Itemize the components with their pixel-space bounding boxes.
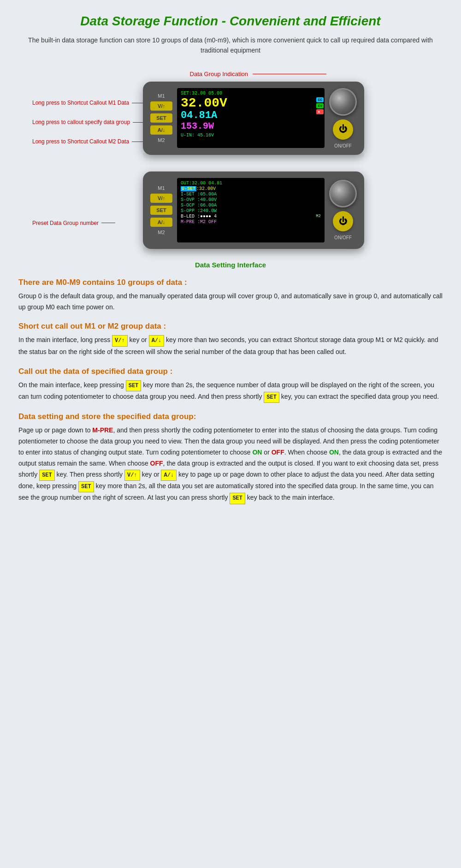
power-icon1: ⏻ xyxy=(339,124,347,134)
diagram1: Data Group Indication Long press to Shor… xyxy=(32,70,429,162)
m2-label: M2 xyxy=(150,137,172,143)
s4-set-key1: SET xyxy=(39,470,55,481)
section-callout: Call out the data of specified data grou… xyxy=(18,367,443,403)
d2-set-button[interactable]: SET xyxy=(150,206,172,215)
s1-body: Group 0 is the default data group, and t… xyxy=(18,291,443,313)
lcd2-row7: B-LED :●●●● 4 M2 xyxy=(181,214,321,219)
s4-off2: OFF xyxy=(150,460,163,467)
set-button[interactable]: SET xyxy=(150,113,172,123)
lcd2-vset-val: :32.00V xyxy=(196,186,216,191)
a-down-button[interactable]: A/↓ xyxy=(150,125,172,135)
s4-set-key2: SET xyxy=(78,481,94,492)
s4-set-key3: SET xyxy=(230,493,245,504)
knob2[interactable] xyxy=(329,180,357,207)
diagram2: Preset Data Group number M1 V/↑ SET A/↓ … xyxy=(32,171,429,256)
d2-v-up-button[interactable]: V/↑ xyxy=(150,194,172,203)
preset-annotation: Preset Data Group number xyxy=(32,220,99,226)
lcd-bottom: U-IN: 45.16V xyxy=(181,133,321,138)
ann2-text: Long press to callout specify data group xyxy=(32,119,130,125)
power-button1[interactable]: ⏻ xyxy=(333,119,353,140)
s3-set-key1: SET xyxy=(126,380,142,391)
cv-icon: CV xyxy=(316,103,324,108)
s2-title: Short cut call out M1 or M2 group data : xyxy=(18,322,443,331)
lcd-screen1: SET:32.00 05.00 32.00V 04.81A 153.9W U-I… xyxy=(177,88,325,148)
power-icon2: ⏻ xyxy=(339,217,347,226)
top-annotation: Data Group Indication xyxy=(190,71,248,77)
section-shortcut: Short cut call out M1 or M2 group data :… xyxy=(18,322,443,357)
s4-a-key: A/↓ xyxy=(161,470,177,481)
d2-m1-label: M1 xyxy=(150,185,172,191)
section-m0m9: There are M0-M9 contains 10 groups of da… xyxy=(18,278,443,313)
lcd-current: 04.81A xyxy=(181,111,321,121)
s4-title: Data setting and store the specified dat… xyxy=(18,412,443,421)
s3-title: Call out the data of specified data grou… xyxy=(18,367,443,376)
lcd-power: 153.9W xyxy=(181,122,321,131)
s1-title: There are M0-M9 contains 10 groups of da… xyxy=(18,278,443,287)
device1: M1 V/↑ SET A/↓ M2 SET:32.00 05.00 32.00V… xyxy=(143,82,364,162)
d2-m2-label: M2 xyxy=(150,230,172,235)
m1-label: M1 xyxy=(150,93,172,99)
lcd-top-text: SET:32.00 05.00 xyxy=(181,91,222,96)
s2-a-key: A/↓ xyxy=(149,335,165,346)
lcd2-m2badge: M2 xyxy=(316,214,321,219)
lcd2-row8: M-PRE :M2 OFF xyxy=(181,219,321,224)
s4-v-key: V/↑ xyxy=(124,470,140,481)
lcd2-row4: S-OVP :40.00V xyxy=(181,197,321,202)
s4-body: Page up or page down to M-PRE, and then … xyxy=(18,425,443,504)
onoff-label2: ON/OFF xyxy=(334,235,352,240)
s2-v-key: V/↑ xyxy=(112,335,128,346)
lcd2-row3: I-SET :05.00A xyxy=(181,192,321,197)
power-button2[interactable]: ⏻ xyxy=(333,211,353,231)
section-datasetting: Data setting and store the specified dat… xyxy=(18,412,443,504)
d2-a-down-button[interactable]: A/↓ xyxy=(150,218,172,227)
knob1[interactable] xyxy=(329,88,357,116)
lcd2-row2: U-SET :32.00V xyxy=(181,186,321,191)
device2: M1 V/↑ SET A/↓ M2 OUT:32.00 04.81 U-SET … xyxy=(143,171,364,256)
lcd2-row6: S-OPP :240.0W xyxy=(181,208,321,213)
lcd-screen2: OUT:32.00 04.81 U-SET :32.00V I-SET :05.… xyxy=(177,178,325,242)
s4-on2: ON xyxy=(329,449,339,456)
lcd2-row5: S-OCP :06.00A xyxy=(181,203,321,208)
diagram-caption: Data Setting Interface xyxy=(18,261,443,269)
onoff-label1: ON/OFF xyxy=(334,143,352,148)
page-subtitle: The built-in data storage function can s… xyxy=(18,35,443,56)
s2-body: In the main interface, long press V/↑ ke… xyxy=(18,335,443,357)
v-up-button[interactable]: V/↑ xyxy=(150,101,172,111)
s4-mpre1: M-PRE xyxy=(92,426,113,434)
s3-set-key2: SET xyxy=(264,392,279,403)
cc-icon: CC xyxy=(316,97,324,102)
lcd-voltage: 32.00V xyxy=(181,97,321,110)
s3-body: On the main interface, keep pressing SET… xyxy=(18,380,443,403)
lcd2-row1: OUT:32.00 04.81 xyxy=(181,181,321,186)
ann3-text: Long press to Shortcut Callout M2 Data xyxy=(32,138,129,145)
page-title: Data Storage Function - Convenient and E… xyxy=(18,14,443,29)
ann1-text: Long press to Shortcut Callout M1 Data xyxy=(32,100,129,106)
lcd-icons: CC CV ● xyxy=(316,97,324,114)
status-icon: ● xyxy=(316,109,324,114)
lcd2-vset-label: U-SET xyxy=(181,186,196,191)
s4-off1: OFF xyxy=(272,449,284,456)
s4-on1: ON xyxy=(252,449,262,456)
